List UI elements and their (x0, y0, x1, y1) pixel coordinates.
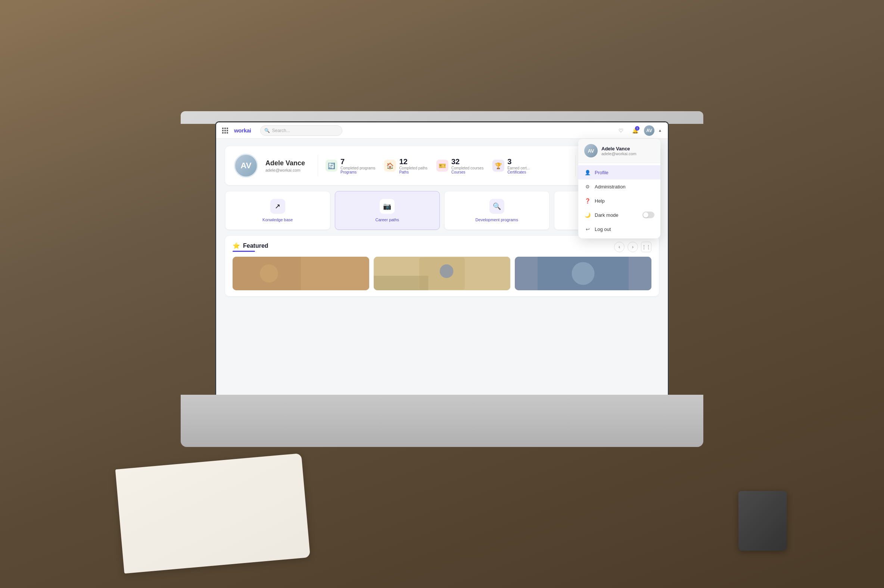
featured-title: ⭐ Featured (233, 242, 268, 249)
category-development-programs[interactable]: 🔍 Development programs (444, 191, 550, 230)
featured-card-1[interactable] (233, 257, 369, 290)
notification-icon[interactable]: 🔔 (630, 125, 640, 136)
certificates-label: Earned cert... (507, 166, 530, 170)
notebook (115, 453, 311, 574)
profile-name: Adele Vance (265, 159, 310, 167)
paths-count: 12 (399, 158, 407, 166)
profile-info: Adele Vance adele@workai.com (265, 159, 310, 172)
logout-label: Log out (595, 226, 611, 232)
dropdown-item-profile[interactable]: 👤 Profile (578, 165, 660, 180)
development-programs-label: Development programs (476, 218, 518, 222)
certificates-link[interactable]: Certificates (507, 170, 530, 174)
administration-icon: ⚙ (584, 183, 591, 190)
featured-nav-controls: ‹ › ⋮⋮ (614, 242, 651, 252)
paths-link[interactable]: Paths (399, 170, 427, 174)
laptop-lid (181, 111, 703, 124)
courses-icon: 🎫 (436, 160, 448, 172)
stats-section: 🔄 7 Completed programs Programs 🏠 12 (326, 158, 568, 174)
certificates-count: 3 (507, 158, 511, 166)
featured-card-2[interactable] (374, 257, 510, 290)
logout-icon: ↩ (584, 226, 591, 232)
courses-label: Completed courses (451, 166, 483, 170)
navbar: workai 🔍 Search... ♡ 🔔 AV ▲ (216, 122, 668, 139)
certificates-details: 3 Earned cert... Certificates (507, 158, 530, 174)
programs-link[interactable]: Programs (340, 170, 375, 174)
dark-mode-label: Dark mode (595, 212, 619, 218)
dropdown-item-administration[interactable]: ⚙ Administration (578, 180, 660, 194)
programs-count: 7 (340, 158, 344, 166)
profile-icon: 👤 (584, 169, 591, 176)
logo: workai (234, 127, 251, 134)
category-career-paths[interactable]: 📷 Career paths (335, 191, 440, 230)
laptop-screen: workai 🔍 Search... ♡ 🔔 AV ▲ (216, 122, 668, 406)
dropdown-item-dark-mode[interactable]: 🌙 Dark mode (578, 208, 660, 222)
programs-details: 7 Completed programs Programs (340, 158, 375, 174)
svg-point-5 (440, 264, 454, 278)
search-bar[interactable]: 🔍 Search... (260, 125, 342, 136)
prev-arrow-button[interactable]: ‹ (614, 242, 625, 252)
help-icon: ❓ (584, 197, 591, 204)
featured-card-3[interactable] (515, 257, 651, 290)
courses-link[interactable]: Courses (451, 170, 483, 174)
search-icon: 🔍 (264, 128, 270, 133)
dropdown-header: AV Adele Vance adele@workai.com (578, 139, 660, 163)
paths-label: Completed paths (399, 166, 427, 170)
featured-cards (233, 257, 651, 290)
paths-icon: 🏠 (384, 160, 396, 172)
grid-menu-icon[interactable] (222, 128, 228, 134)
grid-view-button[interactable]: ⋮⋮ (641, 242, 651, 252)
featured-header: ⭐ Featured ‹ › ⋮⋮ (233, 242, 651, 252)
dropdown-user-name: Adele Vance (601, 146, 636, 152)
nav-actions: ♡ 🔔 AV ▲ (616, 125, 662, 136)
programs-icon: 🔄 (326, 160, 337, 172)
programs-label: Completed programs (340, 166, 375, 170)
laptop-body (181, 395, 703, 447)
svg-rect-6 (374, 276, 428, 290)
search-placeholder: Search... (272, 128, 290, 133)
dark-mode-icon: 🌙 (584, 212, 591, 218)
chevron-up-icon[interactable]: ▲ (658, 128, 662, 132)
profile-label: Profile (595, 170, 609, 176)
featured-section: ⭐ Featured ‹ › ⋮⋮ (225, 236, 659, 296)
paths-details: 12 Completed paths Paths (399, 158, 427, 174)
knowledge-base-label: Konwledge base (262, 218, 293, 222)
dropdown-user-email: adele@workai.com (601, 152, 636, 156)
mug (738, 491, 787, 551)
featured-title-group: ⭐ Featured (233, 242, 268, 252)
courses-details: 32 Completed courses Courses (451, 158, 483, 174)
profile-divider (318, 154, 318, 177)
next-arrow-button[interactable]: › (627, 242, 638, 252)
profile-email: adele@workai.com (265, 168, 310, 172)
featured-underline (233, 251, 255, 252)
featured-title-text: Featured (243, 243, 268, 249)
svg-point-9 (572, 262, 595, 285)
profile-avatar: AV (234, 154, 258, 178)
dark-mode-toggle[interactable] (642, 212, 654, 218)
development-programs-icon: 🔍 (489, 199, 504, 214)
certificates-icon: 🏆 (492, 160, 504, 172)
app-container: workai 🔍 Search... ♡ 🔔 AV ▲ (216, 122, 668, 406)
laptop: workai 🔍 Search... ♡ 🔔 AV ▲ (181, 111, 703, 447)
administration-label: Administration (595, 184, 625, 189)
courses-count: 32 (451, 158, 460, 166)
help-label: Help (595, 198, 605, 204)
dropdown-item-logout[interactable]: ↩ Log out (578, 222, 660, 236)
category-knowledge-base[interactable]: ↗ Konwledge base (225, 191, 331, 230)
career-paths-icon: 📷 (380, 199, 395, 214)
user-avatar-button[interactable]: AV (644, 125, 654, 136)
stat-courses[interactable]: 🎫 32 Completed courses Courses (436, 158, 483, 174)
career-paths-label: Career paths (375, 218, 399, 222)
dropdown-user-info: Adele Vance adele@workai.com (601, 146, 636, 156)
heart-icon[interactable]: ♡ (616, 125, 626, 136)
dropdown-avatar: AV (584, 144, 598, 158)
dropdown-item-help[interactable]: ❓ Help (578, 194, 660, 208)
stat-programs[interactable]: 🔄 7 Completed programs Programs (326, 158, 375, 174)
stat-paths[interactable]: 🏠 12 Completed paths Paths (384, 158, 427, 174)
knowledge-base-icon: ↗ (270, 199, 285, 214)
dropdown-menu: AV Adele Vance adele@workai.com 👤 Profil… (578, 139, 660, 238)
stat-certificates[interactable]: 🏆 3 Earned cert... Certificates (492, 158, 530, 174)
avatar-initials: AV (644, 125, 654, 136)
svg-point-2 (260, 264, 278, 283)
dropdown-items: 👤 Profile ⚙ Administration ❓ Help 🌙 Dark… (578, 163, 660, 238)
profile-avatar-initials: AV (241, 161, 252, 171)
